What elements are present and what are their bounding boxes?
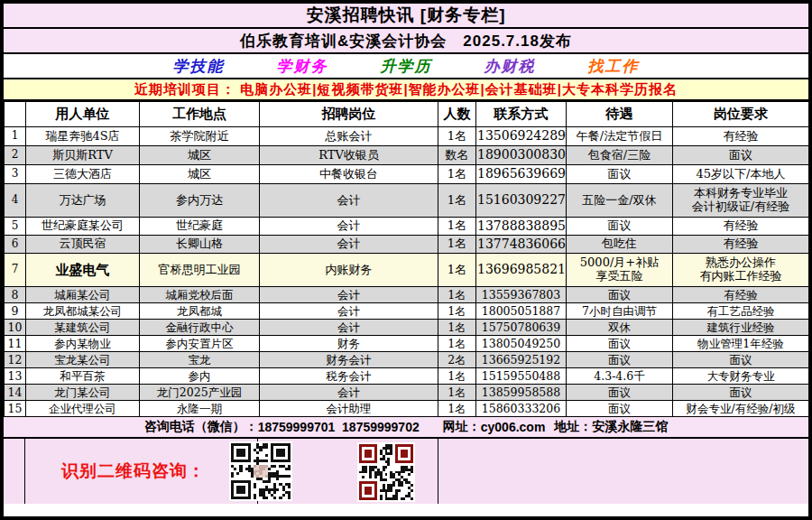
table-row: 7 业盛电气 官桥思明工业园 内账财务 1名 13696985821 5000/…: [5, 254, 809, 287]
phone-cell: 15750780639: [476, 320, 567, 336]
location-cell: 茶学院附近: [140, 127, 260, 146]
count-cell: 1名: [438, 401, 476, 417]
table-row: 3 三德大酒店 城区 中餐收银台 1名 18965639669 面议 45岁以下…: [5, 165, 809, 184]
phone-cell: 18005051887: [476, 303, 567, 320]
requirement-cell: 面议: [673, 352, 809, 368]
salary-cell: 面议: [567, 401, 673, 417]
table-row: 13 和平百茶 参内 税务会计 1名 15159550488 4.3-4.6千 …: [5, 368, 809, 385]
requirement-cell: 面议: [673, 385, 809, 401]
company-cell: 三德大酒店: [26, 165, 140, 184]
position-cell: 财务: [260, 336, 438, 352]
position-cell: 会计: [260, 287, 438, 303]
position-cell: 税务会计: [260, 368, 438, 385]
salary-cell: 面议: [567, 385, 673, 401]
phone-cell: 13774836066: [476, 236, 567, 254]
col-salary: 待遇: [567, 102, 673, 127]
row-number: 13: [5, 368, 26, 385]
col-requirement: 岗位要求: [673, 102, 809, 127]
count-cell: 2名: [438, 352, 476, 368]
count-cell: 1名: [438, 165, 476, 184]
company-cell: 业盛电气: [26, 254, 140, 287]
slogan-find-job: 找工作: [588, 56, 640, 77]
company-cell: 城厢某公司: [26, 287, 140, 303]
requirement-cell: 有工艺品经验: [673, 303, 809, 320]
requirement-cell: 有经验: [673, 236, 809, 254]
location-cell: 龙凤都城: [140, 303, 260, 320]
table-header-row: 用人单位 工作地点 招聘岗位 人数 联系方式 待遇 岗位要求: [5, 102, 809, 127]
company-cell: 万达广场: [26, 184, 140, 218]
col-location: 工作地点: [140, 102, 260, 127]
phone-cell: 13506924289: [476, 127, 567, 146]
phone-cell: 15160309227: [476, 184, 567, 218]
requirement-cell: 熟悉办公操作 有内账工作经验: [673, 254, 809, 287]
phone-cell: 15860333206: [476, 401, 567, 417]
col-count: 人数: [438, 102, 476, 127]
qr-code-section: 识别二维码咨询：: [4, 439, 808, 504]
grid-line: [24, 439, 25, 504]
qr-scan-label: 识别二维码咨询：: [61, 460, 206, 483]
row-number: 15: [5, 401, 26, 417]
phone-cell: 13859958588: [476, 385, 567, 401]
phone-cell: 13559367803: [476, 287, 567, 303]
salary-cell: 面议: [567, 165, 673, 184]
col-position: 招聘岗位: [260, 102, 438, 127]
contact-bar: 咨询电话（微信）：18759999701 18759999702网址：cy006…: [4, 417, 808, 437]
col-phone: 联系方式: [476, 102, 567, 127]
col-company: 用人单位: [26, 102, 140, 127]
count-cell: 1名: [438, 218, 476, 236]
phone-label: 咨询电话（微信）：: [144, 419, 258, 435]
table-row: 10 某建筑公司 金融行政中心 会计 1名 15750780639 双休 建筑行…: [5, 320, 809, 336]
location-cell: 金融行政中心: [140, 320, 260, 336]
table-row: 12 宝龙某公司 宝龙 财务会计 2名 13665925192 面议 面议: [5, 352, 809, 368]
table-row: 14 龙门某公司 龙门2025产业园 会计 1名 13859958588 面议 …: [5, 385, 809, 401]
requirement-cell: 大专财务专业: [673, 368, 809, 385]
table-row: 15 企业代理公司 永隆一期 会计助理 1名 15860333206 面议 财会…: [5, 401, 809, 417]
phone-cell: 18965639669: [476, 165, 567, 184]
position-cell: 总账会计: [260, 127, 438, 146]
row-number: 6: [5, 236, 26, 254]
salary-cell: 包吃住: [567, 236, 673, 254]
training-programs-text: 近期培训项目： 电脑办公班|短视频带货班|智能办公班|会计基础班|大专本科学历报…: [134, 81, 678, 98]
table-row: 11 参内某物业 参内安置片区 财务 1名 13805049250 面议 物业管…: [5, 336, 809, 352]
position-cell: 中餐收银台: [260, 165, 438, 184]
table-row: 1 瑞星奔驰4S店 茶学院附近 总账会计 1名 13506924289 午餐/法…: [5, 127, 809, 146]
salary-cell: 五险一金/双休: [567, 184, 673, 218]
row-number: 1: [5, 127, 26, 146]
salary-cell: 4.3-4.6千: [567, 368, 673, 385]
contact-phones: 18759999701 18759999702: [258, 420, 420, 434]
phone-cell: 13805049250: [476, 336, 567, 352]
salary-cell: 包食宿/三险: [567, 146, 673, 165]
website-value: cy006.com: [481, 420, 546, 434]
slogan-tax-services: 办财税: [484, 56, 536, 77]
location-cell: 城区: [140, 165, 260, 184]
wechat-qr-code-2: [357, 442, 415, 502]
count-cell: 1名: [438, 127, 476, 146]
company-cell: 宝龙某公司: [26, 352, 140, 368]
company-cell: 世纪豪庭某公司: [26, 218, 140, 236]
company-cell: 云顶民宿: [26, 236, 140, 254]
location-cell: 城厢党校后面: [140, 287, 260, 303]
position-cell: 会计: [260, 184, 438, 218]
location-cell: 长卿山格: [140, 236, 260, 254]
requirement-cell: 有经验: [673, 287, 809, 303]
recruitment-bulletin: 安溪招聘快讯 [财务专栏] 伯乐教育培训&安溪会计协会 2025.7.18发布 …: [0, 0, 812, 520]
count-cell: 1名: [438, 236, 476, 254]
slogan-bar: 学技能 学财务 升学历 办财税 找工作: [4, 54, 808, 78]
company-cell: 龙门某公司: [26, 385, 140, 401]
company-cell: 参内某物业: [26, 336, 140, 352]
position-cell: 会计: [260, 218, 438, 236]
row-number: 11: [5, 336, 26, 352]
position-cell: 财务会计: [260, 352, 438, 368]
position-cell: 会计: [260, 320, 438, 336]
salary-cell: 5000/月+补贴 享受五险: [567, 254, 673, 287]
wechat-qr-code-1: [229, 441, 292, 501]
count-cell: 1名: [438, 336, 476, 352]
requirement-cell: 有经验: [673, 218, 809, 236]
row-number: 3: [5, 165, 26, 184]
count-cell: 数名: [438, 146, 476, 165]
requirement-cell: 45岁以下/本地人: [673, 165, 809, 184]
phone-cell: 13696985821: [476, 254, 567, 287]
salary-cell: 双休: [567, 320, 673, 336]
position-cell: 内账财务: [260, 254, 438, 287]
address-label: 地址：: [554, 419, 592, 435]
